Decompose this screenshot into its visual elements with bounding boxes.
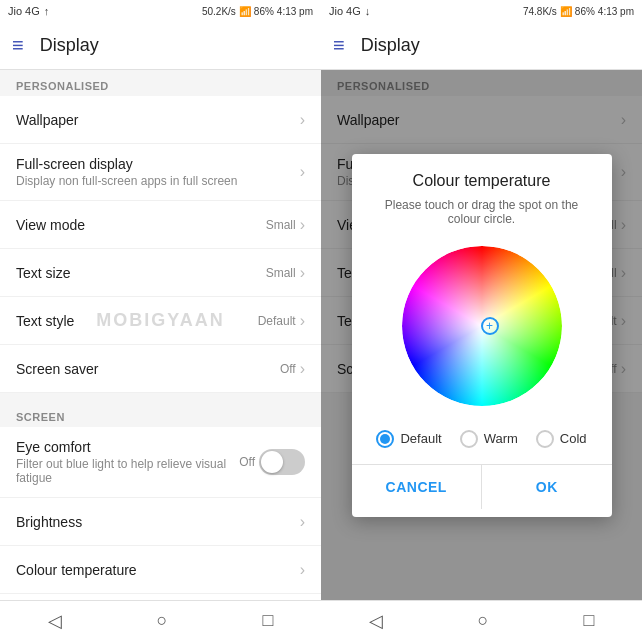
dialog-ok-button[interactable]: OK <box>482 465 612 509</box>
left-toolbar-title: Display <box>40 35 99 56</box>
right-status-right: 74.8K/s 📶 86% 4:13 pm <box>523 6 634 17</box>
left-item-textsize[interactable]: Text size Small › <box>0 249 321 297</box>
dialog-cancel-button[interactable]: CANCEL <box>352 465 483 509</box>
left-screensaver-value: Off <box>280 362 296 376</box>
left-status-left: Jio 4G ↑ <box>8 5 49 17</box>
left-panel: Jio 4G ↑ 50.2K/s 📶 86% 4:13 pm ≡ Display… <box>0 0 321 640</box>
left-screensaver-chevron: › <box>300 360 305 378</box>
left-speed: 50.2K/s <box>202 6 236 17</box>
colour-temp-dialog: Colour temperature Please touch or drag … <box>352 154 612 517</box>
left-toolbar: ≡ Display <box>0 22 321 70</box>
radio-options: Default Warm Cold <box>352 422 612 464</box>
right-toolbar-title: Display <box>361 35 420 56</box>
radio-cold-circle <box>536 430 554 448</box>
left-fullscreen-chevron: › <box>300 163 305 181</box>
right-speed: 74.8K/s <box>523 6 557 17</box>
left-item-wallpaper[interactable]: Wallpaper › <box>0 96 321 144</box>
left-textstyle-chevron: › <box>300 312 305 330</box>
left-textstyle-title: Text style <box>16 313 258 329</box>
left-eyecomfort-toggle[interactable] <box>259 449 305 475</box>
left-item-colourtemp[interactable]: Colour temperature › <box>0 546 321 594</box>
left-viewmode-chevron: › <box>300 216 305 234</box>
radio-warm-circle <box>460 430 478 448</box>
left-wallpaper-chevron: › <box>300 111 305 129</box>
radio-option-warm[interactable]: Warm <box>460 430 518 448</box>
color-wheel-wrap: + <box>352 238 612 422</box>
left-item-eyecomfort[interactable]: Eye comfort Filter out blue light to hel… <box>0 427 321 498</box>
left-recent-btn[interactable]: □ <box>263 610 274 631</box>
right-status-bar: Jio 4G ↓ 74.8K/s 📶 86% 4:13 pm <box>321 0 642 22</box>
radio-default-label: Default <box>400 431 441 446</box>
right-signal-arrow: ↓ <box>365 5 371 17</box>
left-textstyle-value: Default <box>258 314 296 328</box>
left-colourtemp-title: Colour temperature <box>16 562 300 578</box>
dialog-overlay[interactable]: Colour temperature Please touch or drag … <box>321 70 642 600</box>
right-recent-btn[interactable]: □ <box>584 610 595 631</box>
left-colourtemp-chevron: › <box>300 561 305 579</box>
left-fullscreen-title: Full-screen display <box>16 156 300 172</box>
left-nav-bar: ◁ ○ □ <box>0 600 321 640</box>
color-wheel-cursor[interactable]: + <box>481 317 499 335</box>
left-carrier: Jio 4G <box>8 5 40 17</box>
left-textsize-chevron: › <box>300 264 305 282</box>
dialog-subtitle: Please touch or drag the spot on the col… <box>352 198 612 238</box>
dialog-title: Colour temperature <box>352 154 612 198</box>
dialog-buttons: CANCEL OK <box>352 464 612 509</box>
left-time: 4:13 pm <box>277 6 313 17</box>
color-wheel[interactable]: + <box>402 246 562 406</box>
left-item-screensaver[interactable]: Screen saver Off › <box>0 345 321 393</box>
left-menu-icon[interactable]: ≡ <box>12 34 24 57</box>
left-section1-label: PERSONALISED <box>0 70 321 96</box>
left-item-fullscreen[interactable]: Full-screen display Display non full-scr… <box>0 144 321 201</box>
left-brightness-chevron: › <box>300 513 305 531</box>
left-viewmode-value: Small <box>266 218 296 232</box>
left-eyecomfort-subtitle: Filter out blue light to help relieve vi… <box>16 457 239 485</box>
right-content: PERSONALISED Wallpaper › Full-screen dis… <box>321 70 642 600</box>
left-brightness-title: Brightness <box>16 514 300 530</box>
radio-warm-label: Warm <box>484 431 518 446</box>
left-status-right: 50.2K/s 📶 86% 4:13 pm <box>202 6 313 17</box>
left-viewmode-title: View mode <box>16 217 266 233</box>
left-divider1 <box>0 393 321 401</box>
left-wallpaper-title: Wallpaper <box>16 112 300 128</box>
radio-cold-label: Cold <box>560 431 587 446</box>
right-time: 4:13 pm <box>598 6 634 17</box>
right-carrier: Jio 4G <box>329 5 361 17</box>
left-section2-label: SCREEN <box>0 401 321 427</box>
right-menu-icon[interactable]: ≡ <box>333 34 345 57</box>
right-panel: Jio 4G ↓ 74.8K/s 📶 86% 4:13 pm ≡ Display… <box>321 0 642 640</box>
radio-default-circle <box>376 430 394 448</box>
radio-option-cold[interactable]: Cold <box>536 430 587 448</box>
radio-option-default[interactable]: Default <box>376 430 441 448</box>
left-eyecomfort-toggle-thumb <box>261 451 283 473</box>
left-eyecomfort-value: Off <box>239 455 255 469</box>
right-toolbar: ≡ Display <box>321 22 642 70</box>
right-signal-icon: 📶 <box>560 6 572 17</box>
left-item-brightness[interactable]: Brightness › <box>0 498 321 546</box>
left-content: PERSONALISED Wallpaper › Full-screen dis… <box>0 70 321 600</box>
left-back-btn[interactable]: ◁ <box>48 610 62 632</box>
right-nav-bar: ◁ ○ □ <box>321 600 642 640</box>
left-item-textstyle[interactable]: Text style Default › <box>0 297 321 345</box>
left-fullscreen-subtitle: Display non full-screen apps in full scr… <box>16 174 300 188</box>
left-item-viewmode[interactable]: View mode Small › <box>0 201 321 249</box>
left-home-btn[interactable]: ○ <box>157 610 168 631</box>
right-home-btn[interactable]: ○ <box>478 610 489 631</box>
left-textsize-value: Small <box>266 266 296 280</box>
right-status-left: Jio 4G ↓ <box>329 5 370 17</box>
left-status-bar: Jio 4G ↑ 50.2K/s 📶 86% 4:13 pm <box>0 0 321 22</box>
left-battery: 86% <box>254 6 274 17</box>
right-battery: 86% <box>575 6 595 17</box>
left-screensaver-title: Screen saver <box>16 361 280 377</box>
left-textsize-title: Text size <box>16 265 266 281</box>
right-back-btn[interactable]: ◁ <box>369 610 383 632</box>
left-signal-arrow: ↑ <box>44 5 50 17</box>
left-signal-icon: 📶 <box>239 6 251 17</box>
left-eyecomfort-title: Eye comfort <box>16 439 239 455</box>
